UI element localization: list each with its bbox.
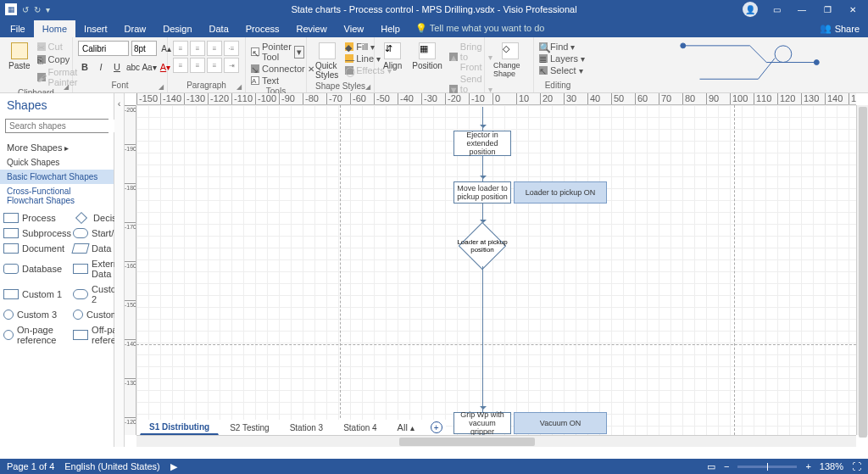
- align-top-right-button[interactable]: ≡: [207, 41, 222, 56]
- font-name-select[interactable]: [78, 41, 129, 56]
- position-button[interactable]: ▦Position: [409, 41, 446, 72]
- align-top-left-button[interactable]: ≡: [173, 41, 188, 56]
- strike-button[interactable]: abc: [126, 60, 140, 74]
- clipboard-launcher-icon[interactable]: ◢: [62, 83, 70, 92]
- select-button[interactable]: ↖Select▾: [539, 64, 583, 76]
- qat-more-icon[interactable]: ▾: [46, 5, 50, 14]
- font-group-label: Font: [78, 81, 162, 91]
- qat-redo-icon[interactable]: ↻: [34, 5, 41, 14]
- layers-button[interactable]: ≣Layers▾: [539, 53, 585, 64]
- shapes-search[interactable]: ▾ 🔍: [5, 119, 108, 133]
- shape-onpage[interactable]: On-page reference: [3, 325, 71, 345]
- layers-label: Layers: [550, 53, 578, 64]
- text-tool-button[interactable]: AText: [251, 75, 279, 86]
- flowchart-process[interactable]: Ejector in extended position: [453, 131, 511, 156]
- horizontal-scrollbar[interactable]: [136, 435, 856, 447]
- tab-draw[interactable]: Draw: [116, 20, 155, 37]
- shapestyles-launcher-icon[interactable]: ◢: [364, 83, 372, 92]
- tell-me[interactable]: 💡 Tell me what you want to do: [409, 20, 552, 37]
- tab-home[interactable]: Home: [34, 20, 75, 37]
- text-case-button[interactable]: Aa▾: [142, 60, 156, 74]
- connector[interactable]: [482, 156, 483, 181]
- copy-button[interactable]: ⎘Copy: [37, 53, 78, 65]
- maximize-button[interactable]: ❐: [815, 0, 839, 19]
- connector[interactable]: [482, 266, 483, 412]
- paste-button[interactable]: Paste: [5, 41, 34, 72]
- qat-undo-icon[interactable]: ↺: [22, 5, 29, 14]
- format-painter-button[interactable]: 🖌Format Painter: [37, 66, 78, 88]
- scroll-thumb[interactable]: [399, 438, 535, 446]
- share-button[interactable]: 👥Share: [811, 20, 868, 37]
- macro-recorder-icon[interactable]: ▶: [170, 461, 177, 472]
- cross-functional-link[interactable]: Cross-Functional Flowchart Shapes: [0, 184, 114, 208]
- find-button[interactable]: 🔍Find▾: [539, 41, 575, 53]
- vertical-scrollbar[interactable]: [856, 105, 868, 435]
- shape-subprocess[interactable]: Subprocess: [3, 228, 71, 238]
- shape-database[interactable]: Database: [3, 259, 71, 279]
- tab-help[interactable]: Help: [372, 20, 409, 37]
- flowchart-callout[interactable]: Loader to pickup ON: [514, 181, 607, 204]
- quick-styles-button[interactable]: Quick Styles: [312, 41, 342, 81]
- page-tab-2[interactable]: S2 Testing: [220, 421, 279, 435]
- scroll-thumb[interactable]: [859, 107, 867, 438]
- align-bottom-left-button[interactable]: ≡: [173, 58, 188, 73]
- page-tab-all[interactable]: All ▴: [388, 420, 424, 435]
- shape-label: Document: [22, 243, 64, 254]
- tab-design[interactable]: Design: [154, 20, 200, 37]
- language-indicator[interactable]: English (United States): [64, 461, 160, 471]
- align-bottom-right-button[interactable]: ≡: [207, 58, 222, 73]
- page-tab-3[interactable]: Station 3: [281, 421, 332, 435]
- tab-process[interactable]: Process: [237, 20, 288, 37]
- tab-view[interactable]: View: [336, 20, 373, 37]
- pointer-tool-button[interactable]: ↖Pointer Tool ▾: [251, 41, 304, 63]
- shapes-pane-collapse[interactable]: ‹: [114, 93, 125, 447]
- connector[interactable]: [482, 107, 483, 131]
- flowchart-decision[interactable]: Loader at pickup position: [459, 222, 506, 270]
- align-bottom-center-button[interactable]: ≡: [190, 58, 205, 73]
- fit-window-icon[interactable]: ⛶: [852, 461, 861, 471]
- close-button[interactable]: ✕: [841, 0, 865, 19]
- indent-button[interactable]: ⇥: [224, 58, 239, 73]
- flowchart-process[interactable]: Grip Wp with vacuum gripper: [453, 412, 511, 434]
- align-button[interactable]: ⇵Align: [380, 41, 405, 72]
- page-tab-1[interactable]: S1 Distributing: [140, 420, 219, 435]
- italic-button[interactable]: I: [94, 60, 108, 74]
- align-top-center-button[interactable]: ≡: [190, 41, 205, 56]
- flowchart-callout[interactable]: Vacuum ON: [514, 412, 607, 434]
- shape-custom3[interactable]: Custom 3: [3, 309, 71, 320]
- connector-tool-button[interactable]: ↘Connector ✕: [251, 63, 314, 75]
- minimize-button[interactable]: —: [790, 0, 814, 19]
- zoom-in-button[interactable]: +: [805, 461, 810, 471]
- tab-file[interactable]: File: [2, 20, 34, 37]
- underline-button[interactable]: U: [110, 60, 124, 74]
- bullets-button[interactable]: ∙≡: [224, 41, 239, 56]
- font-size-select[interactable]: [131, 41, 157, 56]
- more-shapes-link[interactable]: More Shapes ▸: [0, 140, 114, 155]
- shape-label: Subprocess: [22, 228, 71, 238]
- presentation-mode-icon[interactable]: ▭: [707, 461, 715, 472]
- ribbon-display-icon[interactable]: ▭: [765, 0, 788, 19]
- tab-insert[interactable]: Insert: [75, 20, 116, 37]
- add-page-button[interactable]: +: [431, 421, 442, 433]
- shape-document[interactable]: Document: [3, 243, 71, 254]
- basic-flowchart-link[interactable]: Basic Flowchart Shapes: [0, 170, 114, 184]
- change-shape-button[interactable]: ◇Change Shape: [490, 41, 531, 80]
- paragraph-launcher-icon[interactable]: ◢: [235, 83, 243, 92]
- tab-data[interactable]: Data: [201, 20, 237, 37]
- zoom-level[interactable]: 138%: [820, 461, 843, 471]
- page-tab-4[interactable]: Station 4: [334, 421, 386, 435]
- shape-process[interactable]: Process: [3, 213, 71, 223]
- shape-custom1[interactable]: Custom 1: [3, 284, 71, 304]
- shapes-search-input[interactable]: [6, 120, 120, 132]
- user-avatar[interactable]: 👤: [743, 2, 758, 17]
- cut-button[interactable]: ✂Cut: [37, 41, 78, 53]
- page-indicator[interactable]: Page 1 of 4: [7, 461, 54, 471]
- zoom-slider[interactable]: [737, 466, 797, 468]
- tab-review[interactable]: Review: [288, 20, 336, 37]
- quick-shapes-link[interactable]: Quick Shapes: [0, 155, 114, 170]
- drawing-canvas[interactable]: Ejector in extended position Move loader…: [136, 105, 856, 435]
- zoom-out-button[interactable]: −: [724, 461, 729, 471]
- font-launcher-icon[interactable]: ◢: [157, 83, 165, 92]
- bold-button[interactable]: B: [78, 60, 92, 74]
- flowchart-process[interactable]: Move loader to pickup position: [453, 181, 511, 204]
